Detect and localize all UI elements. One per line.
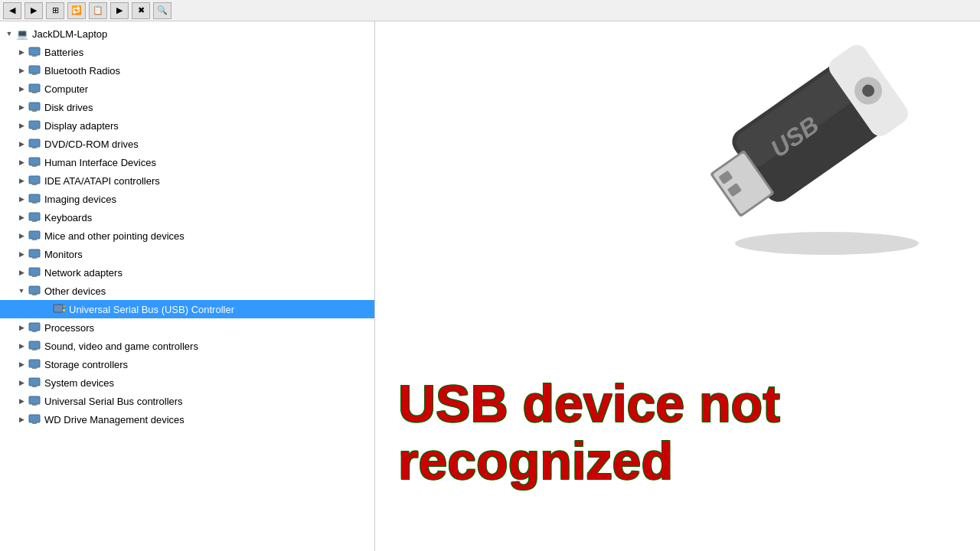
- svg-rect-3: [32, 73, 37, 75]
- usb-image: USB 4GB: [704, 37, 949, 259]
- label-monitors: Monitors: [44, 249, 83, 260]
- expander-wd[interactable]: ▶: [15, 413, 28, 425]
- icon-imaging: [28, 192, 41, 206]
- tree-item-batteries[interactable]: ▶Batteries: [0, 43, 374, 61]
- tree-item-hid[interactable]: ▶Human Interface Devices: [0, 153, 374, 171]
- icon-sound: [28, 339, 41, 353]
- label-network: Network adapters: [44, 267, 122, 279]
- expander-network[interactable]: ▶: [15, 266, 28, 279]
- label-system: System devices: [44, 377, 114, 389]
- error-message: USB device not recognized: [398, 375, 965, 490]
- icon-batteries: [28, 45, 41, 59]
- tree-item-computer[interactable]: ▶Computer: [0, 80, 374, 98]
- tree-item-ide[interactable]: ▶IDE ATA/ATAPI controllers: [0, 171, 374, 190]
- svg-rect-22: [29, 249, 40, 257]
- expander-keyboards[interactable]: ▶: [15, 211, 28, 223]
- expander-diskdrives[interactable]: ▶: [15, 101, 28, 113]
- svg-rect-26: [29, 286, 40, 294]
- icon-keyboards: [28, 210, 41, 224]
- tree-item-storage[interactable]: ▶Storage controllers: [0, 355, 374, 373]
- tree-item-wd[interactable]: ▶WD Drive Management devices: [0, 410, 374, 429]
- label-wd: WD Drive Management devices: [44, 414, 185, 425]
- expander-hid[interactable]: ▶: [15, 156, 28, 168]
- svg-rect-33: [32, 331, 37, 332]
- forward-button[interactable]: ▶: [24, 2, 43, 19]
- tree-item-usb-controllers[interactable]: ▶Universal Serial Bus controllers: [0, 392, 374, 410]
- tree-item-processors[interactable]: ▶Processors: [0, 318, 374, 337]
- icon-network: [28, 266, 41, 279]
- tree-item-displayadapters[interactable]: ▶Display adapters: [0, 116, 374, 135]
- scan-button[interactable]: 🔍: [153, 2, 172, 19]
- icon-monitors: [28, 247, 41, 261]
- expander-storage[interactable]: ▶: [15, 358, 28, 370]
- svg-rect-20: [29, 231, 40, 239]
- expander-ide[interactable]: ▶: [15, 174, 28, 187]
- svg-rect-39: [32, 386, 37, 387]
- expander-usb-controller[interactable]: [40, 303, 52, 315]
- tree-item-imaging[interactable]: ▶Imaging devices: [0, 190, 374, 208]
- label-processors: Processors: [44, 322, 94, 334]
- svg-rect-27: [32, 294, 37, 295]
- label-imaging: Imaging devices: [44, 194, 116, 205]
- properties-button[interactable]: ⊞: [46, 2, 64, 19]
- tree-item-dvdrom[interactable]: ▶DVD/CD-ROM drives: [0, 135, 374, 153]
- icon-usb-controllers: [28, 394, 41, 408]
- expander-monitors[interactable]: ▶: [15, 248, 28, 260]
- tree-item-system[interactable]: ▶System devices: [0, 373, 374, 392]
- expander-batteries[interactable]: ▶: [15, 46, 28, 58]
- view-button[interactable]: 📋: [89, 2, 107, 19]
- tree-item-bluetooth[interactable]: ▶Bluetooth Radios: [0, 61, 374, 80]
- tree-root[interactable]: ▼ 💻 JackDLM-Laptop: [0, 24, 374, 43]
- tree-item-usb-controller[interactable]: !Universal Serial Bus (USB) Controller: [0, 300, 374, 318]
- tree-item-sound[interactable]: ▶Sound, video and game controllers: [0, 337, 374, 355]
- expander-processors[interactable]: ▶: [15, 321, 28, 334]
- main-container: ▼ 💻 JackDLM-Laptop ▶Batteries▶Bluetooth …: [0, 21, 980, 551]
- svg-rect-35: [32, 349, 37, 350]
- svg-rect-5: [32, 92, 37, 93]
- label-usb-controllers: Universal Serial Bus controllers: [44, 396, 183, 407]
- svg-rect-38: [29, 378, 40, 386]
- svg-rect-4: [29, 84, 40, 92]
- tree-item-network[interactable]: ▶Network adapters: [0, 263, 374, 282]
- tree-item-diskdrives[interactable]: ▶Disk drives: [0, 98, 374, 116]
- icon-computer: [28, 82, 41, 96]
- expander-imaging[interactable]: ▶: [15, 193, 28, 205]
- play-button[interactable]: ▶: [110, 2, 129, 19]
- expander-dvdrom[interactable]: ▶: [15, 138, 28, 150]
- svg-rect-0: [29, 47, 40, 55]
- svg-rect-18: [29, 213, 40, 220]
- icon-storage: [28, 357, 41, 371]
- svg-rect-19: [32, 220, 37, 222]
- svg-point-44: [735, 232, 919, 255]
- expander-usb-controllers[interactable]: ▶: [15, 395, 28, 407]
- tree-item-mice[interactable]: ▶Mice and other pointing devices: [0, 227, 374, 245]
- update-button[interactable]: 🔁: [67, 2, 86, 19]
- expander-displayadapters[interactable]: ▶: [15, 119, 28, 132]
- svg-rect-40: [29, 396, 40, 404]
- icon-processors: [28, 321, 41, 334]
- tree-items: ▶Batteries▶Bluetooth Radios▶Computer▶Dis…: [0, 43, 374, 429]
- device-tree: ▼ 💻 JackDLM-Laptop ▶Batteries▶Bluetooth …: [0, 21, 375, 551]
- svg-text:!: !: [64, 304, 64, 308]
- tree-item-keyboards[interactable]: ▶Keyboards: [0, 208, 374, 227]
- icon-other: [28, 284, 41, 298]
- svg-rect-41: [32, 404, 37, 406]
- root-expander[interactable]: ▼: [3, 28, 15, 40]
- expander-sound[interactable]: ▶: [15, 340, 28, 352]
- expander-bluetooth[interactable]: ▶: [15, 64, 28, 77]
- expander-mice[interactable]: ▶: [15, 230, 28, 242]
- tree-item-monitors[interactable]: ▶Monitors: [0, 245, 374, 263]
- label-computer: Computer: [44, 83, 88, 95]
- tree-item-other[interactable]: ▼Other devices: [0, 282, 374, 300]
- uninstall-button[interactable]: ✖: [132, 2, 150, 19]
- svg-rect-24: [29, 268, 40, 276]
- svg-rect-1: [32, 55, 37, 57]
- expander-system[interactable]: ▶: [15, 377, 28, 389]
- icon-displayadapters: [28, 119, 41, 132]
- label-diskdrives: Disk drives: [44, 102, 93, 113]
- back-button[interactable]: ◀: [3, 2, 21, 19]
- expander-other[interactable]: ▼: [15, 285, 28, 297]
- svg-rect-12: [29, 158, 40, 165]
- expander-computer[interactable]: ▶: [15, 83, 28, 95]
- label-dvdrom: DVD/CD-ROM drives: [44, 139, 139, 150]
